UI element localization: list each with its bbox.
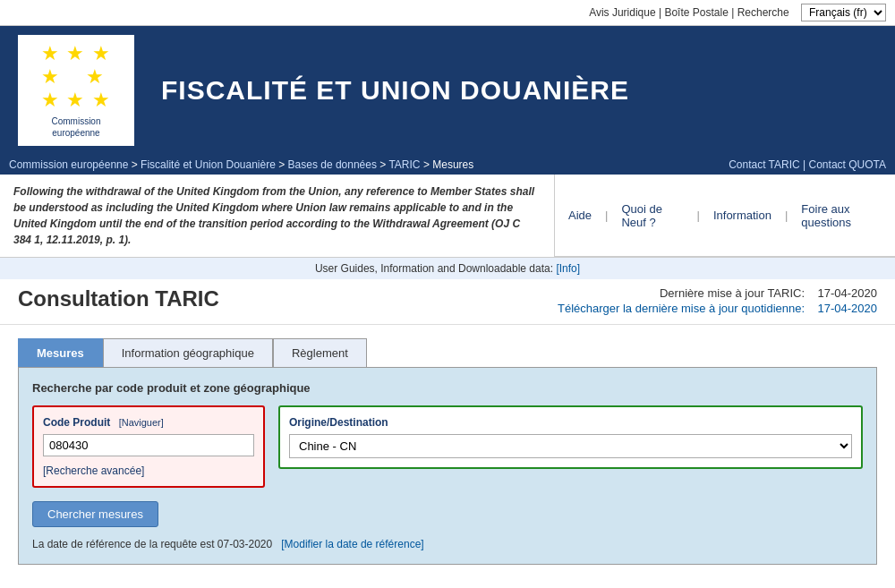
recherche-link[interactable]: Recherche: [737, 6, 789, 19]
taric-update-line: Dernière mise à jour TARIC: 17-04-2020: [558, 286, 877, 300]
site-title: FISCALITÉ ET UNION DOUANIÈRE: [161, 75, 629, 106]
origine-label: Origine/Destination: [289, 416, 852, 429]
code-produit-label: Code Produit [Naviguer]: [43, 416, 254, 429]
main-content: Mesures Information géographique Règleme…: [0, 325, 895, 578]
code-produit-group: Code Produit [Naviguer] [Recherche avanc…: [32, 405, 265, 488]
tab-mesures[interactable]: Mesures: [18, 338, 103, 367]
nav-bar: Commission européenne > Fiscalité et Uni…: [0, 155, 895, 175]
contact-quota-link[interactable]: Contact QUOTA: [809, 158, 886, 171]
breadcrumb-current: Mesures: [432, 158, 473, 171]
logo-area: ★ ★ ★★ ★★ ★ ★ Commission européenne: [18, 35, 134, 146]
date-text: La date de référence de la requête est 0…: [32, 538, 272, 550]
breadcrumb-bases[interactable]: Bases de données: [288, 158, 377, 171]
top-bar: Avis Juridique | Boîte Postale | Recherc…: [0, 0, 895, 26]
chercher-mesures-button[interactable]: Chercher mesures: [32, 501, 158, 527]
origine-select[interactable]: Chine - CN Monde - 1011 Union Européenne…: [289, 434, 852, 458]
nav-right-links: Contact TARIC | Contact QUOTA: [729, 158, 886, 171]
avis-juridique-link[interactable]: Avis Juridique: [589, 6, 655, 19]
taric-update-date: 17-04-2020: [818, 286, 878, 300]
page-title: Consultation TARIC: [18, 286, 219, 311]
aide-link[interactable]: Aide: [568, 209, 592, 222]
side-links: Aide | Quoi de Neuf ? | Information | Fo…: [555, 175, 895, 257]
download-update-link[interactable]: Télécharger la dernière mise à jour quot…: [558, 302, 805, 315]
tab-reglement[interactable]: Règlement: [273, 338, 367, 367]
update-section: Consultation TARIC Dernière mise à jour …: [0, 279, 895, 325]
tab-geo[interactable]: Information géographique: [103, 338, 273, 367]
download-update-line: Télécharger la dernière mise à jour quot…: [558, 302, 877, 315]
contact-taric-link[interactable]: Contact TARIC: [729, 158, 800, 171]
header: ★ ★ ★★ ★★ ★ ★ Commission européenne FISC…: [0, 26, 895, 155]
boite-postale-link[interactable]: Boîte Postale: [664, 6, 728, 19]
eu-stars-icon: ★ ★ ★★ ★★ ★ ★: [41, 42, 110, 112]
warning-text: Following the withdrawal of the United K…: [0, 175, 555, 257]
foire-link[interactable]: Foire aux questions: [801, 202, 882, 229]
quoi-de-neuf-link[interactable]: Quoi de Neuf ?: [621, 202, 683, 229]
logo-text: Commission européenne: [51, 115, 100, 139]
naviguer-link[interactable]: [Naviguer]: [119, 417, 164, 428]
origine-group: Origine/Destination Chine - CN Monde - 1…: [278, 405, 863, 469]
tabs-container: Mesures Information géographique Règleme…: [18, 338, 877, 367]
side-links-top: Aide | Quoi de Neuf ? | Information | Fo…: [555, 175, 895, 257]
modifier-date-link[interactable]: [Modifier la date de référence]: [281, 538, 423, 550]
search-section-label: Recherche par code produit et zone géogr…: [32, 381, 863, 395]
footer-top: Top: [0, 578, 895, 588]
search-fields: Code Produit [Naviguer] [Recherche avanc…: [32, 405, 863, 488]
warning-section: Following the withdrawal of the United K…: [0, 175, 895, 258]
download-update-date[interactable]: 17-04-2020: [818, 302, 878, 315]
search-btn-row: Chercher mesures: [32, 501, 863, 527]
search-area: Recherche par code produit et zone géogr…: [18, 367, 877, 565]
date-row: La date de référence de la requête est 0…: [32, 538, 863, 550]
user-guides-text: User Guides, Information and Downloadabl…: [315, 262, 553, 275]
code-produit-input[interactable]: [43, 434, 254, 456]
info-link[interactable]: [Info]: [556, 262, 580, 275]
taric-update-label: Dernière mise à jour TARIC:: [660, 286, 805, 300]
breadcrumb: Commission européenne > Fiscalité et Uni…: [9, 158, 473, 171]
breadcrumb-fiscalite[interactable]: Fiscalité et Union Douanière: [141, 158, 276, 171]
language-select[interactable]: Français (fr): [801, 4, 886, 21]
recherche-avancee-link[interactable]: [Recherche avancée]: [43, 464, 144, 477]
information-link[interactable]: Information: [713, 209, 771, 222]
user-guides-row: User Guides, Information and Downloadabl…: [0, 258, 895, 279]
breadcrumb-commission[interactable]: Commission européenne: [9, 158, 128, 171]
breadcrumb-taric[interactable]: TARIC: [388, 158, 420, 171]
